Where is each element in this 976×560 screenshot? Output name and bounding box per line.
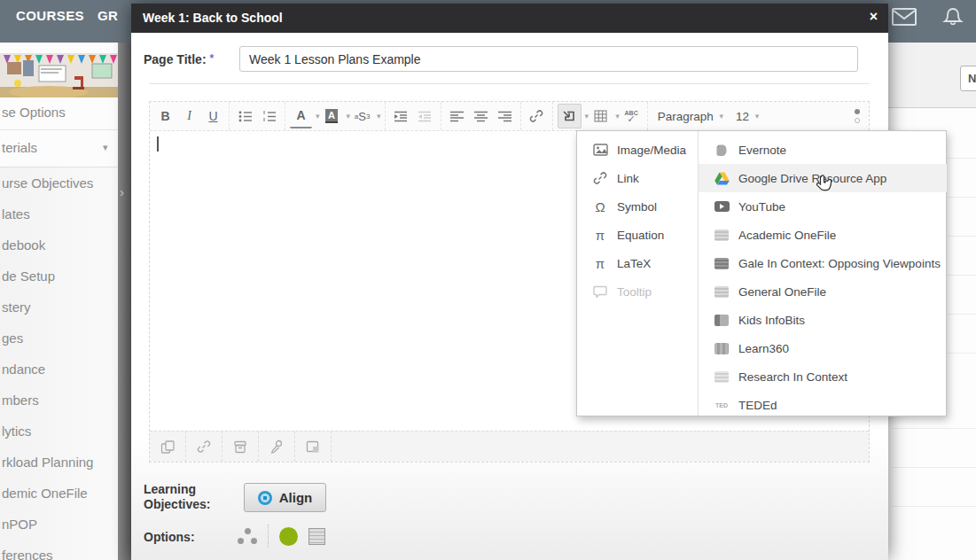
evernote-icon [714,143,730,157]
font-size-select[interactable]: 12 ▾ [730,105,764,128]
published-toggle-icon[interactable] [279,527,298,546]
background-partial-button[interactable]: N [960,66,976,91]
menu-item-learn360[interactable]: Learn360 [699,334,947,362]
sidebar-item-gradebook[interactable]: debook [0,229,118,261]
individually-assign-icon[interactable] [238,528,257,545]
sidebar-item-course-options[interactable]: se Options [2,105,66,120]
spellcheck-button[interactable]: ABC✓ [621,105,643,128]
sidebar-item-grade-setup[interactable]: de Setup [0,261,118,292]
document-split-icon [714,313,730,327]
insert-link-button[interactable] [526,105,548,128]
indent-button[interactable] [390,105,412,128]
menu-item-link[interactable]: Link [577,164,698,192]
nav-tab-groups-partial[interactable]: GR [98,8,118,23]
sidebar-item-attendance[interactable]: ndance [0,354,118,385]
insert-content-caret-icon[interactable]: ▾ [585,112,590,121]
attach-link-icon[interactable] [186,432,223,462]
sidebar-item-academic-onefile[interactable]: demic OneFile [0,478,118,509]
align-left-button[interactable] [446,105,468,128]
paragraph-caret-icon: ▾ [719,112,723,121]
underline-button[interactable]: U [202,105,224,128]
paragraph-format-select[interactable]: Paragraph ▾ [652,105,729,128]
document-blocks-icon [714,341,730,355]
row-divider [892,428,976,429]
sidebar-item-preferences[interactable]: ferences [0,540,118,560]
attach-resource-icon[interactable] [223,432,259,462]
menu-item-symbol[interactable]: Ω Symbol [577,192,698,221]
link-icon [592,171,608,185]
editor-toolbar: B I U A ▾ A ▾ aS3 ▾ [150,102,869,131]
close-icon[interactable]: × [870,9,878,25]
text-color-button[interactable]: A [290,104,312,128]
tooltip-icon [592,284,608,299]
text-caret [157,136,159,152]
align-center-button[interactable] [470,105,492,128]
image-media-icon [592,143,608,157]
menu-item-general-onefile[interactable]: General OneFile [699,277,947,306]
align-right-button[interactable] [494,105,516,128]
sidebar-item-badges[interactable]: ges [0,323,118,354]
toolbar-more-handle[interactable] [855,109,860,123]
chevron-down-icon[interactable]: ▾ [103,142,108,153]
document-icon [714,228,730,242]
menu-item-kids-infobits[interactable]: Kids InfoBits [699,306,947,334]
omega-icon: Ω [592,199,608,214]
menu-item-image-media[interactable]: Image/Media [577,136,698,164]
insert-content-button[interactable] [558,104,582,128]
menu-item-gale-in-context[interactable]: Gale In Context: Opposing Viewpoints [699,249,947,277]
italic-button[interactable]: I [178,105,200,128]
sidebar-item-mastery[interactable]: stery [0,292,118,323]
insert-table-button[interactable] [590,105,612,128]
super-subscript-button[interactable]: aS3 [351,105,373,128]
super-subscript-caret-icon[interactable]: ▾ [377,112,381,121]
page-title-label: Page Title: * [144,52,214,66]
font-size-caret-icon: ▾ [755,112,760,121]
menu-item-latex[interactable]: π LaTeX [577,249,698,277]
menu-item-teded[interactable]: TED TEDEd [699,391,947,419]
page-title-input[interactable] [239,46,858,72]
bell-icon[interactable] [941,6,964,33]
section-divider [149,83,870,84]
course-banner-image[interactable] [0,53,118,97]
text-color-caret-icon[interactable]: ▾ [316,112,320,121]
record-audio-icon[interactable] [259,432,295,462]
menu-item-equation[interactable]: π Equation [577,221,698,249]
attach-pages-icon[interactable] [150,432,186,462]
insert-table-caret-icon[interactable]: ▾ [615,112,620,121]
options-label: Options: [144,530,195,544]
pi-icon: π [592,228,608,242]
bold-button[interactable]: B [154,105,176,128]
sidebar-item-course-objectives[interactable]: urse Objectives [0,167,118,198]
background-color-button[interactable]: A [321,105,343,128]
menu-item-research-in-context[interactable]: Research In Context [699,362,947,391]
outdent-button[interactable] [414,105,436,128]
bullet-list-button[interactable] [234,105,256,128]
background-color-caret-icon[interactable]: ▾ [347,112,351,121]
sidebar-section-materials[interactable]: terials [2,140,37,155]
menu-item-academic-onefile[interactable]: Academic OneFile [699,221,947,249]
sidebar-item-members[interactable]: mbers [0,385,118,416]
options-row [238,525,325,548]
mouse-cursor-hand [814,174,833,198]
mail-icon[interactable] [890,6,918,31]
sidebar-collapse-strip[interactable]: › [118,43,131,560]
sidebar-materials-submenu: urse Objectives lates debook de Setup st… [0,167,118,560]
nav-tab-courses[interactable]: COURSES [16,8,84,23]
required-asterisk: * [209,52,214,65]
sidebar-item-templates[interactable]: lates [0,198,118,229]
row-divider [892,506,976,507]
sidebar-item-workload-planning[interactable]: rkload Planning [0,447,118,478]
align-objectives-button[interactable]: Align [244,483,326,512]
sidebar-divider [0,129,118,130]
sidebar-item-brainpop[interactable]: nPOP [0,509,118,540]
ted-icon: TED [714,398,730,412]
numbered-list-button[interactable] [258,105,280,128]
insert-media-icon[interactable] [295,432,332,462]
menu-item-evernote[interactable]: Evernote [699,136,947,164]
sidebar-item-analytics[interactable]: lytics [0,416,118,447]
grading-options-icon[interactable] [308,528,325,545]
document-pale-icon [714,369,730,384]
youtube-icon [714,199,730,214]
modal-header: Week 1: Back to School × [131,4,888,33]
learning-objectives-label: Learning Objectives: [144,482,210,512]
